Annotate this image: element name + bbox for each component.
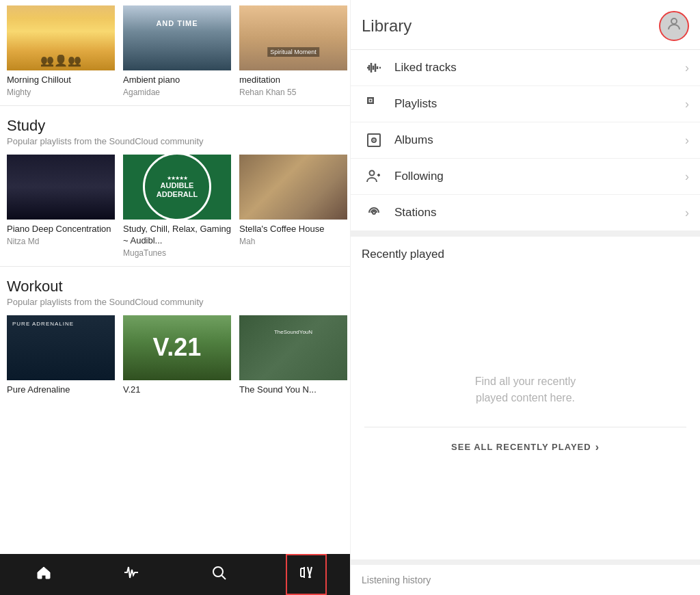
playlists-chevron: › [685,97,689,111]
liked-tracks-chevron: › [685,61,689,75]
card-artist-meditation: Rehan Khan 55 [239,88,347,97]
pulse-icon [123,564,139,585]
following-label: Following [394,170,685,183]
recently-played-header: Recently played [351,237,700,267]
following-chevron: › [685,170,689,184]
home-icon [36,564,52,585]
nav-library[interactable] [286,554,327,595]
study-title: Study [7,117,343,135]
profile-avatar[interactable] [659,11,689,41]
nav-search[interactable] [198,554,239,595]
study-cards-row: Piano Deep Concentration Nitza Md ★★★★★ … [0,149,350,258]
card-v21[interactable]: V.21 [123,315,231,396]
stations-label: Stations [394,206,685,220]
bottom-nav [0,554,350,595]
recently-played-divider [364,427,686,427]
stations-chevron: › [685,206,689,220]
svg-point-17 [373,211,375,214]
library-title: Library [362,16,412,36]
workout-subtitle: Popular playlists from the SoundCloud co… [7,297,343,307]
nav-pulse[interactable] [111,554,152,595]
card-title-stella: Stella's Coffee House [239,224,347,235]
study-section-header: Study Popular playlists from the SoundCl… [0,106,350,149]
study-subtitle: Popular playlists from the SoundCloud co… [7,136,343,146]
menu-item-stations[interactable]: Stations › [351,195,700,231]
card-morning-chillout[interactable]: Morning Chillout Mighty [7,5,115,97]
thumb-stella [239,155,347,220]
menu-item-liked-tracks[interactable]: Liked tracks › [351,50,700,86]
card-ambient-piano[interactable]: Ambient piano Agamidae [123,5,231,97]
nav-home[interactable] [23,554,64,595]
thumb-adrenaline [7,315,115,380]
thumb-piano [7,155,115,220]
person-icon [666,16,682,36]
workout-section-header: Workout Popular playlists from the Sound… [0,267,350,310]
workout-title: Workout [7,278,343,295]
card-title-ambient: Ambient piano [123,75,231,86]
see-all-chevron-icon: › [595,441,600,453]
card-artist-stella: Mah [239,237,347,246]
listening-history: Listening history [351,565,700,595]
audible-label: AUDIBLEADDERALL [157,181,198,199]
card-audible[interactable]: ★★★★★ AUDIBLEADDERALL Study, Chill, Rela… [123,155,231,258]
see-all-label: SEE ALL RECENTLY PLAYED [451,442,591,452]
card-piano[interactable]: Piano Deep Concentration Nitza Md [7,155,115,258]
search-icon [211,564,227,585]
card-meditation[interactable]: meditation Rehan Khan 55 [239,5,347,97]
thumb-morning-chillout [7,5,115,70]
waveform-icon [362,60,386,76]
stations-icon [362,204,386,221]
thumb-sound [239,315,347,380]
recently-played-empty: Find all your recentlyplayed content her… [475,373,576,406]
svg-point-13 [373,140,375,141]
card-stella[interactable]: Stella's Coffee House Mah [239,155,347,258]
recently-played-content: Find all your recentlyplayed content her… [351,267,700,559]
menu-item-following[interactable]: Following › [351,159,700,195]
card-title-audible: Study, Chill, Relax, Gaming ~ Audibl... [123,224,231,247]
library-icon [298,564,314,585]
thumb-meditation [239,5,347,70]
playlists-label: Playlists [394,97,685,111]
card-artist-audible: MugaTunes [123,248,231,258]
liked-tracks-label: Liked tracks [394,61,685,75]
library-header: Library [351,0,700,50]
svg-line-19 [222,576,226,580]
playlist-icon [362,96,386,112]
bottom-separator [351,559,700,565]
card-title-piano: Piano Deep Concentration [7,224,115,235]
card-adrenaline[interactable]: Pure Adrenaline [7,315,115,396]
albums-chevron: › [685,133,689,148]
right-panel: Library [350,0,700,595]
left-panel: Morning Chillout Mighty Ambient piano Ag… [0,0,350,595]
card-title-meditation: meditation [239,75,347,86]
top-cards-row: Morning Chillout Mighty Ambient piano Ag… [0,0,350,97]
card-title-sound: The Sound You N... [239,384,347,396]
card-title-v21: V.21 [123,384,231,396]
svg-point-10 [370,100,372,102]
card-artist-morning: Mighty [7,88,115,97]
svg-point-0 [671,18,677,24]
following-icon [362,168,386,185]
library-menu: Liked tracks › Playlists › [351,50,700,231]
menu-separator [351,231,700,237]
audible-stars: ★★★★★ [167,175,187,181]
albums-label: Albums [394,133,685,147]
svg-point-14 [370,171,375,176]
see-all-recently-played-button[interactable]: SEE ALL RECENTLY PLAYED › [451,441,600,453]
card-artist-ambient: Agamidae [123,88,231,97]
card-title-adrenaline: Pure Adrenaline [7,384,115,396]
menu-item-albums[interactable]: Albums › [351,122,700,159]
thumb-ambient-piano [123,5,231,70]
card-artist-piano: Nitza Md [7,237,115,246]
thumb-audible: ★★★★★ AUDIBLEADDERALL [123,155,231,220]
svg-point-18 [213,567,223,577]
menu-item-playlists[interactable]: Playlists › [351,86,700,122]
workout-cards-row: Pure Adrenaline V.21 The Sound You N... [0,310,350,396]
album-icon [362,132,386,148]
thumb-v21 [123,315,231,380]
card-title-morning: Morning Chillout [7,75,115,86]
card-sound[interactable]: The Sound You N... [239,315,347,396]
